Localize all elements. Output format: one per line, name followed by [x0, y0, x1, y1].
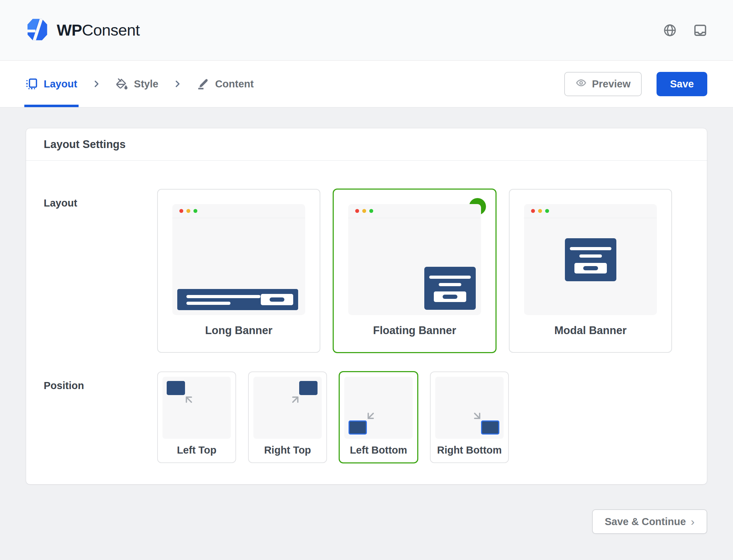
position-option-label: Left Bottom — [344, 444, 413, 456]
position-option-label: Right Bottom — [435, 444, 504, 456]
banner-button — [434, 291, 466, 302]
save-button-label: Save — [670, 78, 694, 90]
window-dot-green — [545, 209, 549, 213]
chevron-right-icon — [172, 79, 183, 89]
eye-icon — [575, 77, 587, 91]
chevron-right-icon: › — [691, 516, 695, 527]
position-row-label: Position — [44, 371, 157, 463]
browser-mockup — [172, 204, 305, 315]
position-option-left-top[interactable]: Left Top — [157, 371, 236, 463]
layout-settings-panel: Layout Settings Layout — [26, 128, 707, 485]
panel-title: Layout Settings — [26, 128, 707, 161]
banner-button-label-bar — [443, 295, 457, 299]
wpconsent-logo: WPConsent — [26, 18, 140, 43]
globe-icon[interactable] — [663, 23, 677, 37]
window-dot-red — [531, 209, 535, 213]
banner-button — [574, 263, 607, 273]
banner-text-line — [186, 295, 260, 298]
position-options: Left Top Right Top — [157, 371, 509, 463]
banner-swatch — [167, 381, 185, 395]
arrow-down-left-icon — [365, 410, 377, 422]
window-dot-red — [179, 209, 183, 213]
layout-option-long-banner[interactable]: Long Banner — [157, 189, 320, 353]
layout-option-label: Modal Banner — [554, 324, 627, 337]
banner-button — [261, 294, 293, 305]
wpconsent-logo-icon — [26, 18, 49, 43]
window-dot-yellow — [186, 209, 190, 213]
banner-text-line — [579, 254, 602, 258]
layout-row-label: Layout — [44, 189, 157, 353]
position-option-label: Left Top — [162, 444, 231, 456]
paint-bucket-icon — [116, 78, 128, 90]
arrow-up-right-icon — [289, 394, 301, 406]
layout-options: Long Banner — [157, 189, 672, 353]
position-preview — [435, 377, 504, 439]
window-dot-yellow — [538, 209, 542, 213]
layout-option-floating-banner[interactable]: Floating Banner — [333, 189, 496, 353]
browser-titlebar — [348, 204, 481, 218]
browser-mockup — [524, 204, 657, 315]
preview-button[interactable]: Preview — [564, 72, 642, 96]
long-banner-preview — [177, 289, 298, 310]
save-and-continue-button[interactable]: Save & Continue › — [592, 509, 707, 534]
save-button[interactable]: Save — [657, 72, 707, 96]
arrow-down-right-icon — [471, 410, 483, 422]
floating-banner-preview — [424, 267, 476, 310]
brand-name: WPConsent — [57, 21, 140, 39]
banner-swatch — [349, 420, 367, 435]
tab-layout[interactable]: Layout — [26, 61, 77, 107]
position-row: Position Left Top — [44, 371, 690, 463]
position-preview — [253, 377, 322, 439]
banner-text-line — [186, 302, 230, 305]
tab-style[interactable]: Style — [116, 61, 158, 107]
window-dot-green — [369, 209, 373, 213]
browser-titlebar — [172, 204, 305, 218]
layout-row: Layout — [44, 189, 690, 353]
banner-button-label-bar — [583, 266, 598, 270]
page-content: Layout Settings Layout — [0, 107, 733, 548]
app-header: WPConsent — [0, 0, 733, 61]
position-option-right-top[interactable]: Right Top — [248, 371, 327, 463]
modal-banner-preview — [565, 238, 616, 281]
position-option-label: Right Top — [253, 444, 322, 456]
position-preview — [344, 377, 413, 439]
banner-text-line — [439, 283, 461, 286]
banner-text-line — [570, 247, 611, 250]
banner-swatch — [299, 381, 318, 395]
tab-style-label: Style — [134, 78, 158, 90]
tab-content[interactable]: Content — [197, 61, 254, 107]
banner-text-line — [429, 276, 471, 279]
inbox-icon[interactable] — [693, 23, 707, 37]
steps-toolbar: Layout Style Content — [0, 61, 733, 107]
save-and-continue-label: Save & Continue — [605, 516, 686, 528]
window-dot-red — [355, 209, 359, 213]
chevron-right-icon — [91, 79, 102, 89]
browser-mockup — [348, 204, 481, 315]
banner-swatch — [481, 420, 499, 435]
browser-titlebar — [524, 204, 657, 218]
layout-icon — [26, 78, 38, 90]
window-dot-yellow — [362, 209, 366, 213]
banner-button-label-bar — [270, 297, 284, 302]
pencil-line-icon — [197, 78, 209, 90]
arrow-up-left-icon — [183, 394, 195, 406]
preview-button-label: Preview — [592, 78, 631, 90]
window-dot-green — [193, 209, 197, 213]
layout-option-modal-banner[interactable]: Modal Banner — [509, 189, 672, 353]
position-option-left-bottom[interactable]: Left Bottom — [339, 371, 418, 463]
tab-layout-label: Layout — [44, 78, 77, 90]
layout-option-label: Long Banner — [205, 324, 272, 337]
tab-content-label: Content — [215, 78, 254, 90]
layout-option-label: Floating Banner — [373, 324, 456, 337]
position-preview — [162, 377, 231, 439]
position-option-right-bottom[interactable]: Right Bottom — [430, 371, 509, 463]
